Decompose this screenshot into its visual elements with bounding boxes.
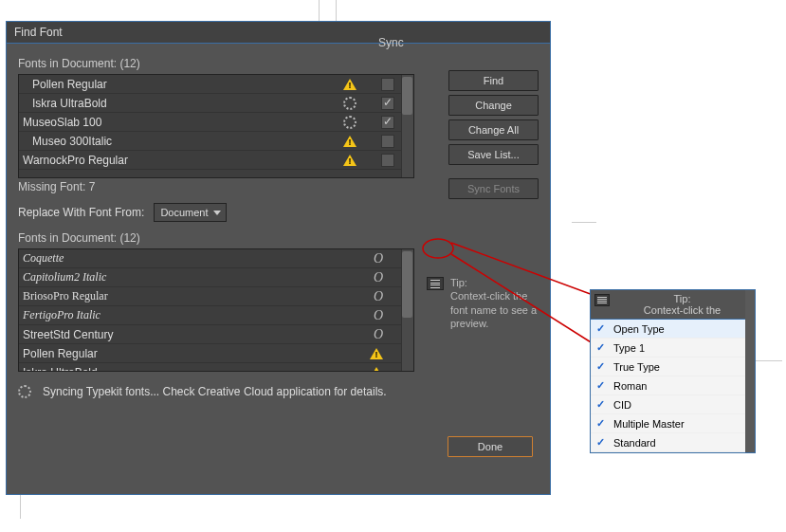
check-icon: ✓ <box>596 417 608 430</box>
font-name: StreetStd Century <box>23 328 374 341</box>
flyout-tip-head: Tip: <box>613 293 751 304</box>
table-row[interactable]: BriosoPro RegularO <box>19 287 413 306</box>
font-name: MuseoSlab 100 <box>23 116 343 129</box>
warning-icon <box>343 155 356 166</box>
tip-head: Tip: <box>450 276 540 289</box>
change-button[interactable]: Change <box>448 95 539 116</box>
flyout-item[interactable]: ✓Type 1 <box>591 339 755 358</box>
scrollbar[interactable] <box>401 75 413 177</box>
flyout-menu: Tip: Context-click the ✓Open Type✓Type 1… <box>590 289 756 453</box>
check-icon: ✓ <box>596 436 608 449</box>
replace-source-dropdown[interactable]: Document <box>154 203 226 222</box>
check-icon: ✓ <box>596 341 608 354</box>
tip-body: Context-click the font name to see a pre… <box>450 289 540 330</box>
font-name: Coquette <box>23 251 374 266</box>
opentype-icon: O <box>374 289 383 304</box>
table-row[interactable]: MuseoSlab 100 <box>19 113 413 132</box>
flyout-item-label: Multiple Master <box>613 418 685 430</box>
flyout-item[interactable]: ✓Roman <box>591 376 755 395</box>
flyout-item[interactable]: ✓Standard <box>591 433 755 452</box>
missing-font-label: Missing Font: 7 <box>18 180 439 193</box>
spinner-icon <box>343 97 356 110</box>
sync-checkbox[interactable] <box>381 116 394 129</box>
font-name: Museo 300Italic <box>23 135 343 148</box>
flyout-menu-icon[interactable] <box>427 277 444 290</box>
check-icon: ✓ <box>596 360 608 373</box>
table-row[interactable]: Pollen Regular <box>19 75 413 94</box>
sync-fonts-button[interactable]: Sync Fonts <box>448 178 539 199</box>
tip-text: Tip: Context-click the font name to see … <box>450 276 540 330</box>
flyout-tip-body: Context-click the <box>613 304 751 316</box>
table-row[interactable]: Capitolium2 ItalicO <box>19 268 413 287</box>
flyout-item-label: Open Type <box>613 323 665 335</box>
flyout-item[interactable]: ✓Open Type <box>591 320 755 339</box>
table-row[interactable]: Museo 300Italic <box>19 132 413 151</box>
flyout-item[interactable]: ✓True Type <box>591 358 755 376</box>
check-icon: ✓ <box>596 398 608 411</box>
check-icon: ✓ <box>596 322 608 335</box>
sync-header: Sync <box>378 36 404 49</box>
status-text: Syncing Typekit fonts... Check Creative … <box>43 385 387 398</box>
flyout-item-label: True Type <box>613 361 660 373</box>
table-row[interactable]: Iskra UltraBold <box>19 363 413 372</box>
opentype-icon: O <box>374 270 383 285</box>
warning-icon <box>343 136 356 147</box>
flyout-item[interactable]: ✓CID <box>591 395 755 414</box>
warning-icon <box>343 79 356 90</box>
font-name: Pollen Regular <box>23 78 343 91</box>
font-name: BriosoPro Regular <box>23 289 374 303</box>
check-icon: ✓ <box>596 379 608 392</box>
font-name: Iskra UltraBold <box>23 366 370 373</box>
table-row[interactable]: FertigoPro ItalicO <box>19 306 413 325</box>
sync-checkbox[interactable] <box>381 154 394 167</box>
font-name: FertigoPro Italic <box>23 308 374 322</box>
flyout-item[interactable]: ✓Multiple Master <box>591 414 755 433</box>
flyout-sidebar <box>745 290 755 452</box>
sync-checkbox[interactable] <box>381 135 394 148</box>
opentype-icon: O <box>374 251 383 266</box>
sync-checkbox[interactable] <box>381 97 394 110</box>
table-row[interactable]: Iskra UltraBold <box>19 94 413 113</box>
scrollbar[interactable] <box>401 249 413 371</box>
font-name: Iskra UltraBold <box>23 97 343 110</box>
fonts-in-document-label-2: Fonts in Document: (12) <box>18 231 439 245</box>
table-row[interactable]: Pollen Regular <box>19 344 413 363</box>
change-all-button[interactable]: Change All <box>448 119 539 140</box>
spinner-icon <box>343 116 356 129</box>
table-row[interactable]: StreetStd CenturyO <box>19 325 413 344</box>
fonts-in-document-list[interactable]: Pollen RegularIskra UltraBoldMuseoSlab 1… <box>18 74 414 178</box>
replace-with-label: Replace With Font From: <box>18 206 144 219</box>
fonts-in-document-label: Fonts in Document: (12) <box>18 57 140 70</box>
sync-checkbox[interactable] <box>381 78 394 91</box>
font-name: Capitolium2 Italic <box>23 270 374 284</box>
find-font-dialog: Find Font Fonts in Document: (12) Sync P… <box>6 21 551 495</box>
opentype-icon: O <box>374 308 383 323</box>
flyout-item-label: Standard <box>613 437 656 449</box>
font-name: WarnockPro Regular <box>23 154 343 167</box>
done-button[interactable]: Done <box>448 436 533 457</box>
warning-icon <box>370 348 383 359</box>
table-row[interactable]: CoquetteO <box>19 249 413 268</box>
spinner-icon <box>18 385 31 398</box>
opentype-icon: O <box>374 327 383 342</box>
replacement-fonts-list[interactable]: CoquetteOCapitolium2 ItalicOBriosoPro Re… <box>18 248 414 372</box>
flyout-item-label: Roman <box>613 380 647 392</box>
flyout-menu-icon[interactable] <box>594 294 610 306</box>
window-title: Find Font <box>7 22 550 44</box>
table-row[interactable]: WarnockPro Regular <box>19 151 413 170</box>
dropdown-value: Document <box>160 207 208 218</box>
flyout-item-label: Type 1 <box>613 342 645 354</box>
find-button[interactable]: Find <box>448 70 539 91</box>
warning-icon <box>370 367 383 373</box>
save-list-button[interactable]: Save List... <box>448 144 539 165</box>
flyout-item-label: CID <box>613 399 631 411</box>
font-name: Pollen Regular <box>23 347 370 360</box>
